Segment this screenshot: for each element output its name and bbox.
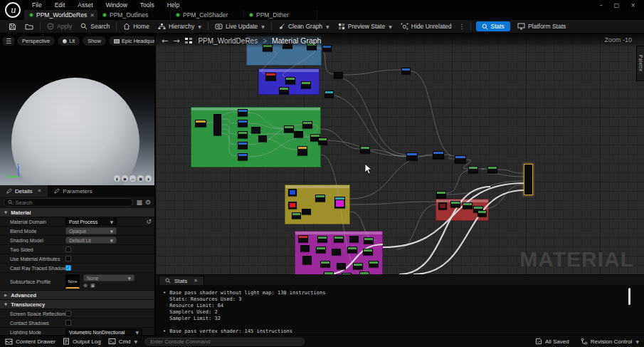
console-command-input[interactable] [144, 338, 305, 346]
checkbox-contact-shadows[interactable] [65, 320, 71, 326]
preview-shape-sphere-button[interactable]: ● [122, 175, 128, 182]
clean-graph-button[interactable]: Clean Graph▼ [274, 20, 334, 33]
graph-node[interactable] [301, 81, 311, 88]
graph-node[interactable] [433, 151, 444, 159]
menu-window[interactable]: Window [100, 0, 134, 10]
tab-close-icon[interactable]: ✕ [90, 12, 95, 19]
graph-node[interactable] [238, 120, 248, 127]
details-search-box[interactable] [4, 198, 133, 207]
graph-node[interactable] [288, 202, 297, 209]
graph-node[interactable] [251, 127, 260, 133]
graph-node[interactable] [438, 202, 447, 209]
section-header-advanced[interactable]: ▶Advanced [0, 291, 154, 300]
maximize-icon[interactable]: □ [614, 2, 620, 9]
dropdown-shading-model[interactable]: Default Lit▼ [65, 237, 117, 244]
dropdown-subsurface-profile[interactable]: None▼ [83, 274, 134, 281]
preview-shape-plane-button[interactable]: ▭ [130, 175, 136, 182]
home-button[interactable]: Home [119, 20, 154, 33]
graph-node[interactable] [455, 155, 466, 163]
stats-scrollbar[interactable] [628, 288, 630, 305]
graph-node[interactable] [406, 152, 418, 160]
graph-node[interactable] [477, 210, 487, 217]
details-tab-details[interactable]: Details✕ [0, 185, 48, 197]
toolbar-overflow-icon[interactable]: ⋮ [456, 23, 468, 30]
checkbox-cast-ray-traced-shadows[interactable]: ✓ [65, 265, 71, 271]
graph-node[interactable] [285, 77, 295, 84]
save-button[interactable] [4, 20, 21, 33]
viewport-button-perspective[interactable]: Perspective [17, 36, 55, 46]
graph-node[interactable] [258, 135, 267, 142]
graph-node[interactable] [284, 125, 294, 133]
graph-node[interactable] [463, 202, 473, 209]
graph-node[interactable] [265, 73, 276, 81]
cmd-button[interactable]: Cmd▼ [108, 338, 138, 345]
checkbox-two-sided[interactable] [65, 247, 71, 252]
graph-node[interactable] [334, 236, 344, 242]
graph-node[interactable] [195, 120, 206, 127]
graph-node[interactable] [315, 195, 325, 202]
menu-tools[interactable]: Tools [134, 0, 161, 10]
preview-shape-teapot-button[interactable]: ◗ [145, 175, 152, 182]
preview-shape-cylinder-button[interactable]: ▮ [114, 175, 120, 182]
details-tab-close-icon[interactable]: ✕ [37, 188, 41, 194]
preview-shape-cube-button[interactable]: ■ [137, 175, 144, 182]
preview-viewport[interactable]: ☰ PerspectiveLitShowEpic Headquarters z … [0, 33, 154, 185]
checkbox-use-material-attributes[interactable] [65, 256, 71, 261]
graph-node[interactable] [349, 236, 359, 242]
graph-node[interactable] [317, 236, 327, 242]
dropdown-lighting-mode[interactable]: Volumetric NonDirectional▼ [65, 328, 142, 335]
graph-canvas[interactable]: MATERIAL [156, 33, 644, 274]
section-header-material[interactable]: ▼Material [0, 208, 154, 217]
editor-tab-ppm-celshader[interactable]: PPM_CelShader [171, 10, 244, 20]
graph-node[interactable] [334, 197, 345, 208]
revision-control-button[interactable]: Revision Control▼ [581, 338, 639, 345]
stats-toggle-button[interactable]: Stats [476, 21, 510, 31]
palette-tab[interactable]: Palette [636, 46, 644, 81]
graph-node[interactable] [436, 191, 446, 198]
editor-tab-ppm-dither[interactable]: PPM_Dither [244, 10, 317, 20]
graph-node[interactable] [364, 237, 374, 244]
menu-help[interactable]: Help [161, 0, 186, 10]
dropdown-blend-mode[interactable]: Opaque▼ [65, 227, 117, 234]
back-arrow-icon[interactable]: ← [162, 37, 168, 45]
graph-node[interactable] [298, 235, 308, 242]
graph-node[interactable] [294, 131, 303, 138]
graph-node[interactable] [316, 247, 326, 253]
dropdown-material-domain[interactable]: Post Process▼ [65, 218, 117, 225]
graph-node[interactable] [353, 263, 363, 269]
menu-asset[interactable]: Asset [71, 0, 99, 10]
graph-node[interactable] [292, 212, 301, 219]
browse-to-asset-button[interactable] [21, 20, 38, 33]
reset-to-default-icon[interactable]: ↺ [146, 218, 152, 225]
hierarchy-button[interactable]: Hierarchy▼ [154, 20, 206, 33]
checkbox-screen-space-reflections[interactable] [65, 311, 71, 316]
graph-node[interactable] [297, 146, 307, 155]
search-button[interactable]: Search [76, 20, 114, 33]
graph-node[interactable] [360, 146, 370, 153]
graph-node[interactable] [238, 142, 248, 149]
graph-node[interactable] [363, 249, 373, 255]
minimize-icon[interactable]: – [600, 2, 603, 9]
graph-node[interactable] [300, 245, 310, 252]
content-drawer-button[interactable]: Content Drawer [5, 338, 56, 345]
graph-node[interactable] [238, 131, 248, 138]
graph-node[interactable] [334, 72, 343, 78]
apply-button[interactable]: Apply [43, 20, 76, 33]
platform-stats-button[interactable]: Platform Stats [513, 20, 570, 33]
editor-tab-ppm-outlines[interactable]: PPM_Outlines [97, 10, 171, 20]
graph-node[interactable] [238, 153, 248, 160]
settings-gear-icon[interactable]: ⚙ [145, 199, 151, 206]
graph-node[interactable] [302, 256, 312, 264]
live-update-button[interactable]: Live Update▼ [211, 20, 269, 33]
forward-arrow-icon[interactable]: → [173, 37, 179, 45]
section-header-translucency[interactable]: ▼Translucency [0, 300, 154, 309]
breadcrumb-graph[interactable]: Material Graph [272, 36, 321, 45]
output-log-button[interactable]: Output Log [63, 338, 101, 345]
use-selected-icon[interactable]: ⊕ [83, 283, 88, 289]
menu-file[interactable]: File [26, 0, 48, 10]
breadcrumb-asset[interactable]: PPM_WorldDeRes [198, 37, 258, 45]
graph-node[interactable] [279, 87, 289, 94]
viewport-button-show[interactable]: Show [83, 36, 106, 46]
editor-tab-ppm-worldderes[interactable]: PPM_WorldDeRes✕ [24, 10, 97, 20]
graph-node[interactable] [369, 261, 379, 267]
